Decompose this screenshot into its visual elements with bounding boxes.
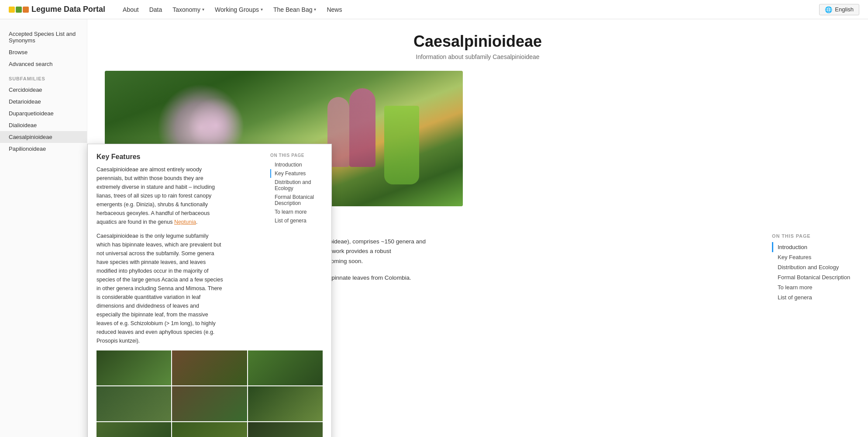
popup-img-9 xyxy=(248,422,323,437)
nav-working-groups[interactable]: Working Groups ▾ xyxy=(210,0,267,19)
page-subtitle: Information about subfamily Caesalpinioi… xyxy=(105,53,851,60)
sidebar-duparquetioideae[interactable]: Duparquetioideae xyxy=(0,108,87,119)
main-content: Caesalpinioideae Information about subfa… xyxy=(87,19,868,437)
sidebar-caesalpinioideae[interactable]: Caesalpinioideae xyxy=(0,131,87,143)
sidebar-advanced-search[interactable]: Advanced search xyxy=(0,58,87,70)
sidebar-dialioideae[interactable]: Dialioideae xyxy=(0,119,87,131)
key-features-para1: Caesalpinioideae are almost entirely woo… xyxy=(96,165,223,226)
popup-otp-distribution[interactable]: Distribution and Ecology xyxy=(270,178,323,193)
working-groups-dropdown-arrow: ▾ xyxy=(261,7,263,12)
logo-icon xyxy=(9,7,29,13)
bean-bag-dropdown-arrow: ▾ xyxy=(314,7,316,12)
popup-img-2 xyxy=(172,350,247,385)
otp-list-genera[interactable]: List of genera xyxy=(772,292,851,302)
key-features-para2: Caesalpinioideae is the only legume subf… xyxy=(96,232,223,345)
sidebar-browse[interactable]: Browse xyxy=(0,46,87,58)
logo[interactable]: Legume Data Portal xyxy=(9,5,105,14)
sidebar: Accepted Species List and Synonyms Brows… xyxy=(0,19,87,437)
popup-box: ON THIS PAGE Introduction Key Features D… xyxy=(87,144,332,437)
nav-taxonomy[interactable]: Taxonomy ▾ xyxy=(168,0,209,19)
on-this-page: ON THIS PAGE Introduction Key Features D… xyxy=(772,233,851,302)
nav-items: About Data Taxonomy ▾ Working Groups ▾ T… xyxy=(118,0,819,19)
popup-otp-label: ON THIS PAGE xyxy=(270,153,323,158)
nav-data[interactable]: Data xyxy=(145,0,167,19)
popup-img-1 xyxy=(96,350,171,385)
popup-otp-list-genera[interactable]: List of genera xyxy=(270,216,323,225)
sidebar-detarioideae[interactable]: Detarioideae xyxy=(0,96,87,108)
popup-img-4 xyxy=(96,386,171,421)
otp-to-learn-more[interactable]: To learn more xyxy=(772,282,851,292)
logo-sq-yellow xyxy=(9,7,15,13)
nav-about[interactable]: About xyxy=(118,0,143,19)
logo-sq-orange xyxy=(23,7,29,13)
popup-otp-introduction[interactable]: Introduction xyxy=(270,160,323,169)
taxonomy-dropdown-arrow: ▾ xyxy=(202,7,204,12)
popup-image-grid xyxy=(96,350,323,437)
popup-img-6 xyxy=(248,386,323,421)
sidebar-papilionoideae[interactable]: Papilionoideae xyxy=(0,143,87,155)
popup-img-8 xyxy=(172,422,247,437)
logo-text: Legume Data Portal xyxy=(31,5,105,14)
otp-distribution[interactable]: Distribution and Ecology xyxy=(772,262,851,272)
sidebar-cercidoideae[interactable]: Cercidoideae xyxy=(0,84,87,96)
otp-key-features[interactable]: Key Features xyxy=(772,252,851,262)
navbar: Legume Data Portal About Data Taxonomy ▾… xyxy=(0,0,868,19)
nav-news[interactable]: News xyxy=(322,0,346,19)
neptunia-link[interactable]: Neptunia xyxy=(174,219,196,225)
sidebar-subfamilies-label: SUBFAMILIES xyxy=(0,70,87,84)
logo-sq-green xyxy=(16,7,22,13)
popup-otp-key-features[interactable]: Key Features xyxy=(270,169,323,178)
language-button[interactable]: 🌐 English xyxy=(819,4,859,15)
on-this-page-label: ON THIS PAGE xyxy=(772,233,851,239)
page-layout: Accepted Species List and Synonyms Brows… xyxy=(0,19,868,437)
popup-img-5 xyxy=(172,386,247,421)
popup-img-3 xyxy=(248,350,323,385)
popup-on-this-page: ON THIS PAGE Introduction Key Features D… xyxy=(270,153,323,225)
nav-bean-bag[interactable]: The Bean Bag ▾ xyxy=(269,0,321,19)
page-title: Caesalpinioideae xyxy=(105,32,851,51)
popup-otp-formal-botanical[interactable]: Formal Botanical Description xyxy=(270,193,323,208)
language-label: English xyxy=(835,6,854,13)
popup-otp-to-learn-more[interactable]: To learn more xyxy=(270,208,323,216)
sidebar-accepted-species[interactable]: Accepted Species List and Synonyms xyxy=(0,28,87,46)
otp-formal-botanical[interactable]: Formal Botanical Description xyxy=(772,272,851,282)
popup-img-7 xyxy=(96,422,171,437)
otp-introduction[interactable]: Introduction xyxy=(772,242,851,252)
globe-icon: 🌐 xyxy=(825,6,832,13)
